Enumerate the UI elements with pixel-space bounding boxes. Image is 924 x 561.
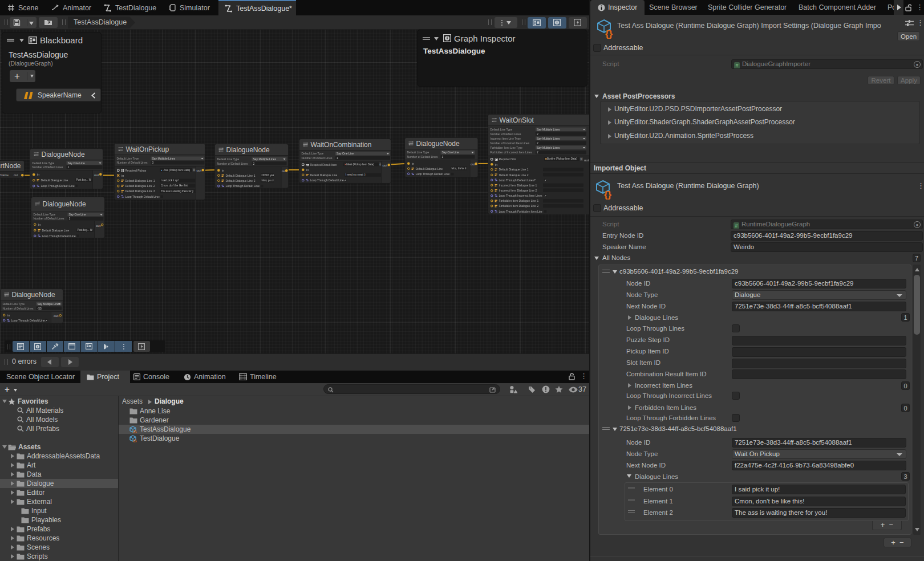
svg-text:{}: {}: [133, 429, 137, 433]
svg-text:{}: {}: [604, 189, 612, 200]
svg-text:{}: {}: [133, 438, 137, 442]
svg-text:{}: {}: [605, 29, 613, 39]
